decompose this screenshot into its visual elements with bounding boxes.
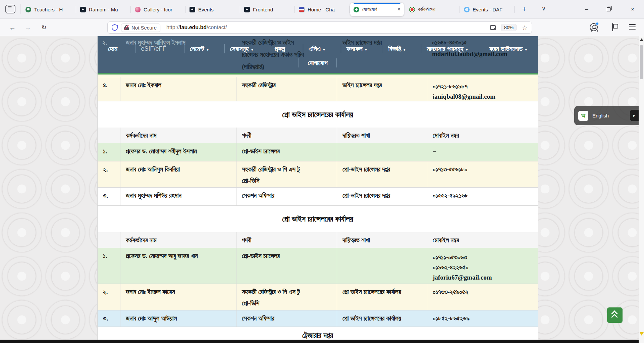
tab-label: Teachers - H [34, 7, 72, 12]
tab-teachers[interactable]: Teachers - H [22, 3, 76, 16]
cell-section: প্রো-ভাইস চ্যান্সেলর দপ্তর [337, 188, 427, 205]
cell-section: প্রো-ভাইস চ্যান্সেলর দপ্তর [337, 161, 427, 187]
nav-row-2: যোগাযোগ [98, 58, 538, 67]
table-header-row: কর্মকর্তাদের নাম পদবী দায়িত্বরত শাখা মো… [97, 128, 538, 143]
page-scrollbar[interactable] [639, 36, 644, 343]
nav-item-results[interactable]: ফলাফল▾ [341, 44, 372, 53]
tab-gallery[interactable]: Gallery - Icor [131, 3, 185, 16]
list-all-tabs-button[interactable]: ∨ [539, 4, 549, 14]
close-window-button[interactable]: × [623, 0, 642, 18]
tab-events-daf[interactable]: Events - DAF [461, 3, 514, 16]
nav-item-madrasah-letters[interactable]: মাদরাসার পত্রসমূহ▾ [421, 44, 473, 53]
language-translate-widget[interactable]: অ English ▸ [574, 106, 639, 125]
picture-in-picture-icon[interactable] [490, 25, 496, 30]
crest-favicon-icon [25, 7, 31, 12]
tab-officials[interactable]: কর্মকর্তাদের [406, 3, 460, 16]
cell-section: প্রো ভাইস চ্যান্সেলরের কার্যালয় [337, 284, 427, 310]
cell-officer-name: জনাব মোঃ আব্দুল আউয়াল [120, 310, 236, 327]
graduation-cap-favicon-icon [80, 7, 86, 12]
scrollbar-up-arrow-icon[interactable] [640, 38, 643, 41]
back-button[interactable]: ← [7, 22, 18, 33]
close-tab-icon[interactable]: × [397, 6, 400, 12]
hamburger-menu-icon[interactable] [629, 24, 636, 30]
cell-serial: ৩. [98, 310, 120, 327]
nav-item-projects[interactable]: প্রকল্প [269, 44, 293, 53]
header-cell-blank [98, 128, 120, 143]
divider [185, 6, 185, 13]
tab-stack-icon[interactable] [5, 5, 15, 13]
cell-mobile: ০১৮৫২-৮৬৫২৬৯ [427, 310, 538, 327]
zoom-level-badge[interactable]: 80% [501, 24, 517, 31]
nav-item-form-download[interactable]: ফরম ডাউনলোড▾ [484, 44, 533, 53]
gallery-favicon-icon [135, 7, 141, 12]
cell-section: প্রো ভাইস চ্যান্সেলরের কার্যালয় [337, 310, 427, 327]
header-cell-section: দায়িত্বরত শাখা [337, 128, 427, 143]
footer-strip [0, 340, 639, 343]
section-heading-text: প্রো ভাইস চ্যান্সেলরের কার্যালয় [282, 214, 353, 224]
table-row: ১. প্রফেসর ড. মোহাম্মদ আবু জাফর খান প্রো… [97, 248, 538, 284]
new-tab-button[interactable]: + [519, 4, 529, 14]
cell-designation: সহকারী রেজিস্ট্রার [236, 77, 337, 101]
header-cell-mobile: মোবাইল নম্বর [427, 232, 538, 248]
nav-item-contact[interactable]: যোগাযোগ [299, 58, 336, 67]
nav-item-apa[interactable]: এপিএ▾ [303, 44, 330, 53]
divider [349, 6, 350, 13]
table-row: ১. প্রফেসর ড. মোহাম্মদ শহীদুল ইসলাম প্রো… [97, 143, 538, 161]
cell-section [337, 248, 427, 284]
cell-mobile: ০১৫৫২-৫৯২১৬৮ [427, 188, 538, 205]
tab-label: Gallery - Icor [144, 7, 182, 12]
url-text[interactable]: http://iau.edu.bd/contact/ [166, 24, 227, 31]
email-address: iauiqbal08@gmail.com [433, 92, 532, 102]
nav-bottom-accent [98, 73, 538, 75]
address-bar[interactable]: Not Secure http://iau.edu.bd/contact/ 80… [107, 21, 532, 34]
nav-item-esif[interactable]: eSIF/eFF [136, 45, 174, 53]
translate-language-label: English [592, 113, 609, 118]
nav-row-1: হোম eSIF/eFF পেমেন্ট▾ সেবাসমূহ▾ প্রকল্প … [98, 44, 538, 53]
bookmark-star-icon[interactable]: ☆ [522, 24, 528, 32]
flag-icon[interactable] [612, 23, 617, 31]
nav-item-home[interactable]: হোম [103, 44, 125, 53]
tab-contact-active[interactable]: যোগাযোগ × [350, 3, 404, 16]
scrollbar-thumb[interactable] [640, 45, 643, 79]
table-row: ২. জনাব মোঃ আনিসুল কিবরিয়া সহকারী রেজিস… [97, 161, 538, 188]
tab-events[interactable]: Events [186, 3, 240, 16]
divider [514, 6, 515, 13]
translate-collapse-handle[interactable]: ▸ [630, 110, 639, 121]
divider [130, 6, 131, 13]
cell-officer-name: প্রফেসর ড. মোহাম্মদ আবু জাফর খান [120, 248, 236, 284]
tab-home[interactable]: Home - Cha [296, 3, 349, 16]
nav-item-payment[interactable]: পেমেন্ট▾ [184, 44, 214, 53]
scroll-to-top-button[interactable] [607, 307, 623, 323]
reload-button[interactable]: ↻ [39, 22, 49, 33]
scrollbar-marker-icon [640, 332, 644, 336]
cell-section [337, 143, 427, 161]
cell-designation: প্রো-ভাইস চ্যান্সেলর [236, 248, 337, 284]
cell-mobile: – [427, 143, 538, 161]
divider [20, 4, 20, 14]
cell-designation: সহকারী রেজিস্ট্রার ও পি এস টু প্রো-ভিসি [236, 161, 337, 187]
translate-icon: অ [578, 111, 588, 121]
header-cell-section: দায়িত্বরত শাখা [337, 232, 427, 248]
tracking-protection-shield-icon[interactable] [112, 24, 118, 31]
forward-button[interactable]: → [22, 22, 33, 33]
tab-frontend[interactable]: Frontend [241, 3, 294, 16]
header-cell-name: কর্মকর্তাদের নাম [120, 232, 236, 248]
section-heading: প্রো ভাইস চ্যান্সেলরের কার্যালয় [97, 101, 538, 128]
nav-item-notices[interactable]: বিজ্ঞপ্তি▾ [383, 44, 411, 53]
restore-button[interactable] [599, 0, 618, 18]
divider [76, 6, 76, 13]
cell-mobile: ০১৭১১-০৫৩০৬৩ ০১৯৬২-৪২২৬৫০ jaforiu67@gmai… [427, 248, 538, 284]
not-secure-label: Not Secure [131, 25, 157, 31]
minimize-button[interactable]: – [577, 0, 596, 18]
graduation-cap-favicon-icon [244, 7, 250, 12]
tab-bar: Teachers - H Ramom - Mu Gallery - Icor E… [0, 0, 644, 19]
table-row: ৩. জনাব মুহাম্মদ মশিউর রহমান সেকশন অফিসা… [97, 188, 538, 206]
nav-item-services[interactable]: সেবাসমূহ▾ [224, 44, 259, 53]
site-security-chip[interactable]: Not Secure [121, 23, 160, 32]
cell-designation: সেকশন অফিসার [236, 188, 337, 205]
tab-ramom[interactable]: Ramom - Mu [77, 3, 130, 16]
tab-label: Ramom - Mu [89, 7, 127, 12]
govt-seal-favicon-icon [409, 7, 415, 12]
insecure-lock-icon [124, 25, 129, 30]
cell-mobile: ০১৭৩৩-২৫৯০৫২ [427, 284, 538, 310]
